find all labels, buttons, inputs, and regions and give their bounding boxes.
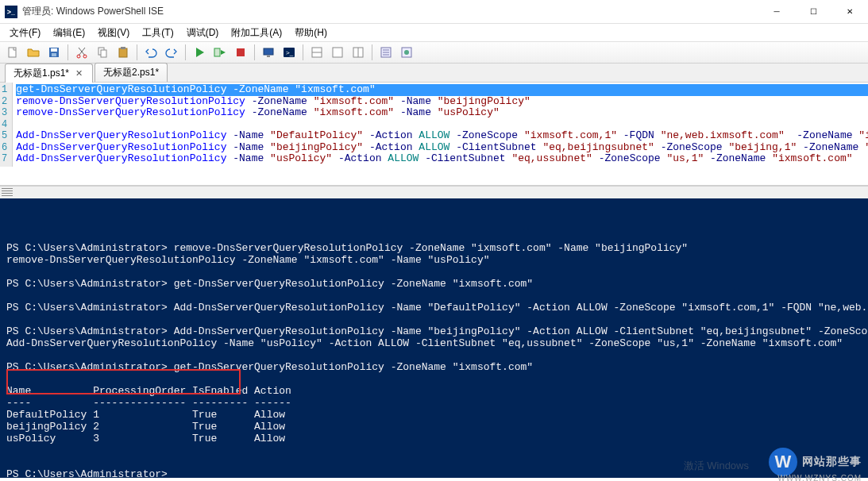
menu-item[interactable]: 调试(D) (180, 25, 226, 41)
commands-button[interactable] (376, 43, 395, 62)
editor-scrollbar[interactable] (0, 186, 868, 198)
menubar: 文件(F)编辑(E)视图(V)工具(T)调试(D)附加工具(A)帮助(H) (0, 24, 868, 41)
minimize-button[interactable]: ─ (758, 0, 795, 24)
svg-rect-9 (121, 47, 125, 49)
cut-button[interactable] (72, 43, 91, 62)
svg-rect-18 (333, 48, 342, 57)
show-script-max-button[interactable] (328, 43, 347, 62)
svg-rect-12 (264, 48, 273, 55)
svg-rect-3 (52, 53, 56, 56)
svg-point-26 (404, 50, 409, 55)
show-script-button[interactable] (307, 43, 326, 62)
activate-windows-text: 激活 Windows (684, 459, 749, 473)
tab-label: 无标题1.ps1* (14, 67, 69, 80)
line-gutter: 1234567 (0, 83, 13, 167)
window-controls: ─ ☐ ✕ (758, 0, 868, 24)
menu-item[interactable]: 视图(V) (91, 25, 136, 41)
undo-button[interactable] (141, 43, 160, 62)
addons-button[interactable] (397, 43, 416, 62)
new-remote-button[interactable] (259, 43, 278, 62)
start-powershell-button[interactable]: >_ (280, 43, 299, 62)
watermark-sub: WWW.WZNYS.COM (777, 474, 862, 481)
new-button[interactable] (3, 43, 22, 62)
paste-button[interactable] (114, 43, 133, 62)
file-tab[interactable]: 无标题1.ps1*✕ (5, 63, 93, 83)
file-tab[interactable]: 无标题2.ps1* (95, 63, 168, 82)
tab-strip: 无标题1.ps1*✕无标题2.ps1* (0, 63, 868, 83)
svg-rect-8 (119, 48, 127, 57)
app-icon: >_ (5, 6, 17, 18)
redo-button[interactable] (162, 43, 181, 62)
svg-rect-10 (214, 48, 220, 56)
tab-close-icon[interactable]: ✕ (74, 68, 84, 79)
copy-button[interactable] (93, 43, 112, 62)
menu-item[interactable]: 编辑(E) (47, 25, 91, 41)
svg-rect-13 (267, 56, 270, 57)
maximize-button[interactable]: ☐ (795, 0, 831, 24)
run-selection-button[interactable] (210, 43, 230, 62)
run-button[interactable] (190, 43, 209, 62)
titlebar: >_ 管理员: Windows PowerShell ISE ─ ☐ ✕ (0, 0, 868, 24)
save-button[interactable] (44, 43, 64, 62)
menu-item[interactable]: 文件(F) (3, 25, 47, 41)
show-side-button[interactable] (349, 43, 368, 62)
window-title: 管理员: Windows PowerShell ISE (22, 5, 758, 18)
menu-item[interactable]: 工具(T) (136, 25, 179, 41)
stop-button[interactable] (231, 43, 250, 62)
open-button[interactable] (24, 43, 43, 62)
close-button[interactable]: ✕ (831, 0, 868, 24)
console-pane[interactable]: PS C:\Users\Administrator> remove-DnsSer… (0, 198, 868, 478)
svg-rect-2 (51, 48, 57, 52)
svg-rect-7 (101, 50, 106, 57)
svg-rect-11 (237, 48, 245, 56)
svg-text:>_: >_ (286, 49, 294, 56)
menu-item[interactable]: 附加工具(A) (225, 25, 288, 41)
script-editor[interactable]: 1234567 get-DnsServerQueryResolutionPoli… (0, 83, 868, 186)
code-area[interactable]: get-DnsServerQueryResolutionPolicy -Zone… (13, 83, 868, 167)
menu-item[interactable]: 帮助(H) (288, 25, 334, 41)
svg-rect-0 (9, 48, 16, 57)
toolbar: >_ (0, 41, 868, 63)
tab-label: 无标题2.ps1* (103, 66, 159, 79)
